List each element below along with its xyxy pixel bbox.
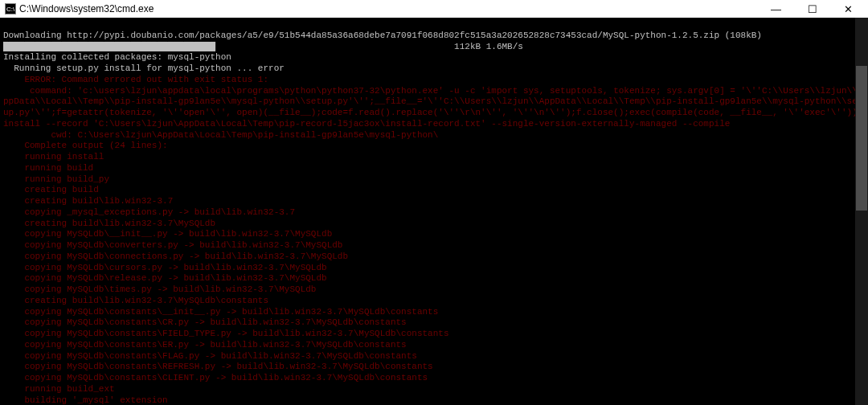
- progress-bar: ████████████████████████████████████████: [3, 42, 449, 53]
- maximize-button[interactable]: ☐: [794, 0, 830, 18]
- error-line: building '_mysql' extension: [3, 395, 865, 406]
- minimize-button[interactable]: —: [758, 0, 794, 18]
- error-line: copying MySQLdb\constants\FLAG.py -> bui…: [3, 351, 865, 362]
- scrollbar-thumb[interactable]: [856, 66, 867, 211]
- error-line: running build_py: [3, 174, 865, 186]
- vertical-scrollbar[interactable]: [855, 18, 868, 405]
- progress-stats: 112kB 1.6MB/s: [449, 42, 523, 51]
- error-block: ERROR: Command errored out with exit sta…: [3, 75, 865, 405]
- error-line: creating build\lib.win32-3.7\MySQLdb\con…: [3, 296, 865, 307]
- error-line: creating build: [3, 185, 865, 196]
- error-line: copying MySQLdb\converters.py -> build\l…: [3, 240, 865, 252]
- error-line: copying MySQLdb\constants\CR.py -> build…: [3, 317, 865, 329]
- titlebar-left: C:\ C:\Windows\system32\cmd.exe: [5, 3, 154, 14]
- progress-empty: [215, 42, 448, 51]
- close-button[interactable]: ✕: [830, 0, 866, 18]
- error-line: copying MySQLdb\constants\FIELD_TYPE.py …: [3, 329, 865, 340]
- error-line: copying MySQLdb\cursors.py -> build\lib.…: [3, 263, 865, 274]
- window-title: C:\Windows\system32\cmd.exe: [19, 3, 154, 14]
- install-line: Installing collected packages: mysql-pyt…: [3, 52, 231, 62]
- error-line: creating build\lib.win32-3.7: [3, 196, 865, 207]
- error-line: command: 'c:\users\lzjun\appdata\local\p…: [3, 86, 865, 130]
- error-line: running build: [3, 163, 865, 174]
- error-line: copying _mysql_exceptions.py -> build\li…: [3, 207, 865, 219]
- running-setup-line: Running setup.py install for mysql-pytho…: [3, 63, 285, 73]
- progress-filled: ████████████████████████████████████████: [3, 42, 215, 51]
- window-controls: — ☐ ✕: [758, 0, 866, 18]
- error-line: creating build\lib.win32-3.7\MySQLdb: [3, 219, 865, 230]
- error-line: copying MySQLdb\constants\__init__.py ->…: [3, 307, 865, 318]
- download-line: Downloading http://pypi.doubanio.com/pac…: [3, 31, 762, 40]
- error-line: copying MySQLdb\constants\ER.py -> build…: [3, 340, 865, 351]
- window-titlebar: C:\ C:\Windows\system32\cmd.exe — ☐ ✕: [0, 0, 868, 18]
- error-line: copying MySQLdb\constants\CLIENT.py -> b…: [3, 373, 865, 384]
- error-line: copying MySQLdb\times.py -> build\lib.wi…: [3, 284, 865, 296]
- terminal-output[interactable]: Downloading http://pypi.doubanio.com/pac…: [0, 18, 868, 405]
- error-line: copying MySQLdb\constants\REFRESH.py -> …: [3, 362, 865, 373]
- error-line: cwd: C:\Users\lzjun\AppData\Local\Temp\p…: [3, 130, 865, 141]
- error-line: running build_ext: [3, 384, 865, 395]
- error-line: copying MySQLdb\connections.py -> build\…: [3, 252, 865, 263]
- cmd-icon: C:\: [5, 3, 16, 14]
- error-line: running install: [3, 152, 865, 163]
- error-line: copying MySQLdb\release.py -> build\lib.…: [3, 273, 865, 284]
- error-line: ERROR: Command errored out with exit sta…: [3, 75, 865, 86]
- error-line: Complete output (24 lines):: [3, 141, 865, 152]
- error-line: copying MySQLdb\__init__.py -> build\lib…: [3, 229, 865, 240]
